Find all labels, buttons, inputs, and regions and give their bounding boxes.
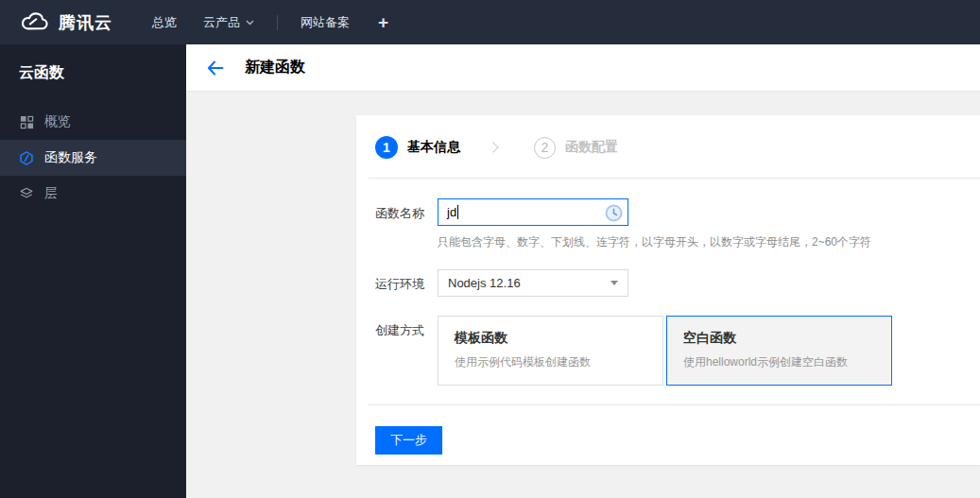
chevron-down-icon — [246, 20, 254, 26]
nav-website-icp-label: 网站备案 — [301, 0, 350, 44]
nav-website-icp[interactable]: 网站备案 — [287, 0, 363, 44]
step-function-config: 2 函数配置 — [534, 137, 618, 159]
sidebar: 云函数 概览 — [0, 44, 186, 498]
method-template-title: 模板函数 — [455, 330, 646, 347]
clock-icon[interactable] — [605, 204, 623, 226]
topbar: 腾讯云 总览 云产品 网站备案 + — [0, 0, 980, 44]
next-step-button[interactable]: 下一步 — [375, 426, 442, 455]
step-1-label: 基本信息 — [407, 139, 460, 156]
layers-icon — [19, 186, 34, 201]
new-function-wizard-card: 1 基本信息 2 函数配置 函数名称 — [356, 115, 980, 465]
creation-method-label: 创建方式 — [375, 316, 438, 386]
method-card-blank-function[interactable]: 空白函数 使用helloworld示例创建空白函数 — [666, 316, 892, 386]
topbar-nav: 总览 云产品 网站备案 + — [139, 0, 404, 44]
step-2-label: 函数配置 — [565, 139, 618, 156]
page-header: 新建函数 — [186, 44, 980, 92]
step-1-circle: 1 — [375, 136, 398, 159]
add-tab-button[interactable]: + — [363, 12, 404, 33]
nav-overview-label: 总览 — [152, 0, 177, 44]
sidebar-item-function-service[interactable]: 函数服务 — [0, 140, 186, 176]
nav-overview[interactable]: 总览 — [139, 0, 190, 44]
main-area: 新建函数 1 基本信息 2 函数配置 — [186, 44, 980, 498]
body-row: 云函数 概览 — [0, 44, 980, 498]
sidebar-item-function-service-label: 函数服务 — [44, 149, 97, 166]
sidebar-title: 云函数 — [0, 44, 186, 104]
method-template-desc: 使用示例代码模板创建函数 — [455, 354, 646, 370]
creation-method-options: 模板函数 使用示例代码模板创建函数 空白函数 使用helloworld示例创建空… — [438, 316, 892, 386]
sidebar-menu: 概览 函数服务 — [0, 104, 186, 212]
content-area: 1 基本信息 2 函数配置 函数名称 — [186, 92, 980, 498]
select-caret-icon — [610, 281, 618, 285]
runtime-row: 运行环境 Nodejs 12.16 — [375, 269, 961, 297]
app-root: 腾讯云 总览 云产品 网站备案 + 云函数 — [0, 0, 980, 498]
sidebar-item-overview-label: 概览 — [44, 113, 71, 130]
method-card-template-function[interactable]: 模板函数 使用示例代码模板创建函数 — [438, 316, 663, 386]
runtime-selected-value: Nodejs 12.16 — [448, 276, 521, 290]
function-name-row: 函数名称 jd — [375, 198, 961, 250]
text-cursor — [457, 205, 458, 219]
function-name-field-col: jd 只能包含字母、数字、下划线、连字符，以 — [438, 198, 871, 250]
wizard-steps: 1 基本信息 2 函数配置 — [369, 115, 980, 179]
grid-icon — [19, 114, 34, 129]
step-2-circle: 2 — [534, 137, 556, 159]
arrow-left-icon — [207, 60, 224, 76]
sidebar-item-overview[interactable]: 概览 — [0, 104, 186, 140]
sidebar-item-layers-label: 层 — [44, 185, 58, 202]
sidebar-item-layers[interactable]: 层 — [0, 176, 186, 212]
nav-divider — [277, 15, 278, 30]
function-hexagon-icon — [19, 150, 34, 165]
basic-info-form: 函数名称 jd — [356, 179, 980, 404]
method-blank-title: 空白函数 — [683, 330, 875, 347]
method-blank-desc: 使用helloworld示例创建空白函数 — [683, 354, 875, 370]
brand-home-link[interactable]: 腾讯云 — [19, 11, 112, 34]
tencent-cloud-logo-icon — [19, 11, 50, 33]
nav-cloud-products[interactable]: 云产品 — [190, 0, 267, 44]
function-name-label: 函数名称 — [375, 198, 438, 250]
back-button[interactable] — [206, 59, 225, 77]
function-name-value: jd — [447, 205, 456, 219]
step-basic-info: 1 基本信息 — [375, 136, 460, 159]
page-title: 新建函数 — [245, 58, 305, 77]
runtime-select[interactable]: Nodejs 12.16 — [438, 269, 628, 297]
function-name-hint: 只能包含字母、数字、下划线、连字符，以字母开头，以数字或字母结尾，2~60个字符 — [438, 234, 871, 250]
function-name-input[interactable]: jd — [438, 198, 628, 226]
nav-cloud-products-label: 云产品 — [203, 0, 240, 44]
brand-label: 腾讯云 — [59, 11, 112, 34]
runtime-label: 运行环境 — [375, 269, 438, 297]
step-chevron-icon — [488, 142, 498, 152]
card-footer: 下一步 — [369, 404, 980, 470]
creation-method-row: 创建方式 模板函数 使用示例代码模板创建函数 空白函数 使用helloworld… — [375, 316, 961, 386]
